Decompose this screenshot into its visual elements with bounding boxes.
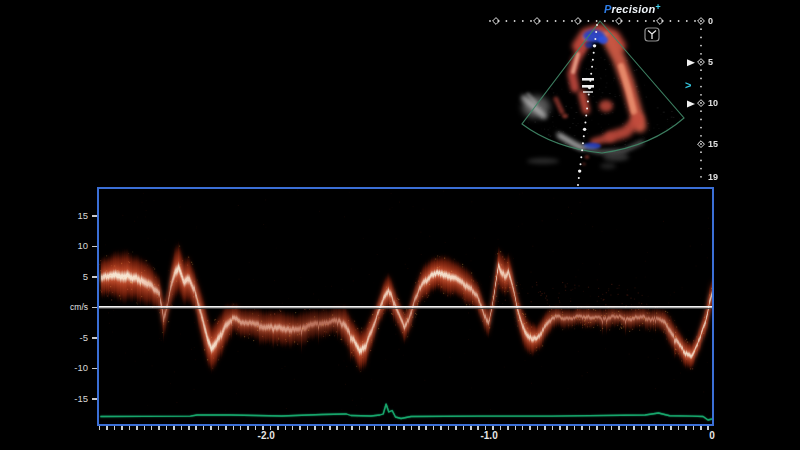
velocity-tick-label: -10 <box>0 362 88 374</box>
precision-label-body: recision <box>612 3 656 15</box>
echo-2d-canvas[interactable] <box>488 4 734 186</box>
ultrasound-screen: Precision+ 15105cm/s-5-10-15 -2.0-1.00 <box>0 0 800 450</box>
velocity-tick-dash <box>92 368 97 370</box>
velocity-tick-label: 5 <box>0 271 88 283</box>
velocity-tick-dash <box>92 337 97 339</box>
velocity-tick-label: 10 <box>0 240 88 252</box>
velocity-tick-dash <box>92 215 97 217</box>
velocity-tick-dash <box>92 398 97 400</box>
precision-label-initial: P <box>604 3 612 15</box>
precision-label-plus: + <box>655 2 660 12</box>
time-tick-marks <box>99 426 713 430</box>
spectral-plot-frame <box>97 187 714 426</box>
velocity-unit-label: cm/s <box>0 301 88 313</box>
velocity-tick-label: -5 <box>0 332 88 344</box>
time-tick-label: 0 <box>709 430 715 441</box>
velocity-tick-dash <box>92 276 97 278</box>
velocity-tick-label: -15 <box>0 393 88 405</box>
time-tick-label: -1.0 <box>480 430 497 441</box>
velocity-tick-dash <box>92 246 97 248</box>
velocity-tick-label: 15 <box>0 210 88 222</box>
precision-mode-label: Precision+ <box>604 2 661 15</box>
time-tick-label: -2.0 <box>258 430 275 441</box>
velocity-tick-dash <box>92 307 97 309</box>
spectral-doppler-canvas[interactable] <box>99 189 712 424</box>
echo-2d-view: Precision+ <box>488 4 734 186</box>
